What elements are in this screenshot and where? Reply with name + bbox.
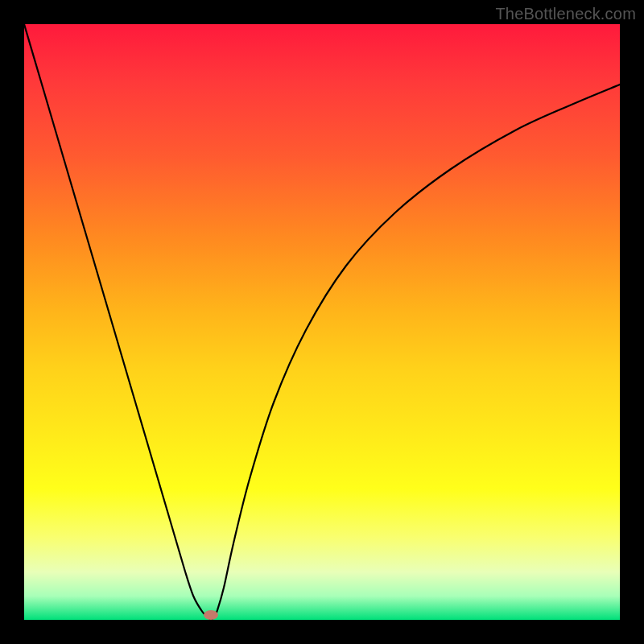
curve-svg: [24, 24, 620, 620]
plot-area: [24, 24, 620, 620]
watermark-text: TheBottleneck.com: [495, 5, 636, 23]
minimum-marker: [204, 610, 218, 620]
bottleneck-curve: [24, 24, 620, 619]
chart-frame: TheBottleneck.com: [0, 0, 644, 644]
